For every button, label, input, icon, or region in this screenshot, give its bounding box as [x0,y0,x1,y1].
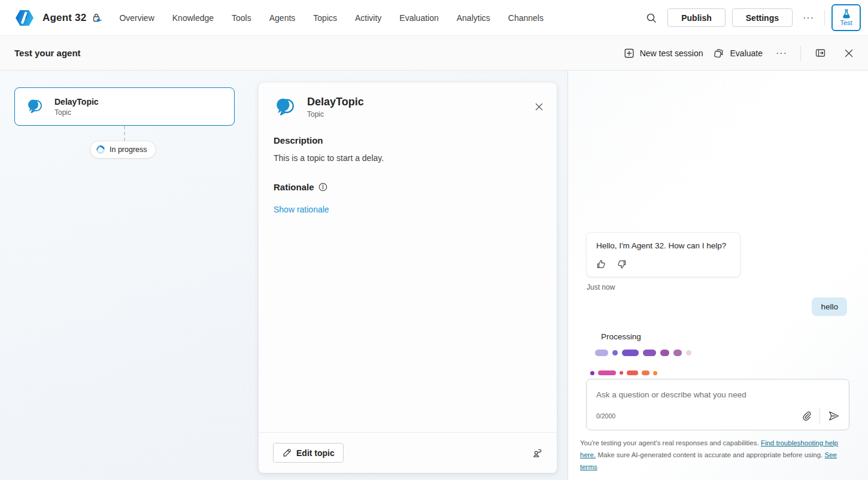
shimmer-pill [653,371,657,375]
thumbs-up-icon[interactable] [596,259,606,269]
nav-item-agents[interactable]: Agents [269,13,296,23]
settings-button[interactable]: Settings [732,8,793,27]
thumbs-down-icon[interactable] [617,259,627,269]
send-icon [828,410,840,422]
panel-open-icon [815,47,826,59]
evaluate-label: Evaluate [730,48,763,58]
edit-topic-label: Edit topic [296,448,335,458]
topic-node-delaytopic[interactable]: DelayTopic Topic [14,87,235,126]
nav-item-analytics[interactable]: Analytics [457,13,490,23]
search-icon [645,12,657,24]
test-chat-panel: Hello, I'm Agent 32. How can I help? Jus… [567,71,868,480]
top-navigation-bar: Agent 32 Overview Knowledge Tools Agents… [0,0,868,36]
processing-label: Processing [601,332,641,341]
details-title-block: DelayTopic Topic [307,96,364,119]
copilot-studio-app: Agent 32 Overview Knowledge Tools Agents… [0,0,868,480]
test-panel-divider [800,45,801,61]
evaluate-button[interactable]: Evaluate [713,47,763,59]
test-button-label: Test [840,19,852,26]
shimmer-pill [590,371,594,375]
shimmer-pill [673,350,682,356]
node-text: DelayTopic Topic [54,97,99,117]
processing-shimmer-row-2 [590,370,657,375]
status-badge-in-progress[interactable]: In progress [90,141,156,159]
send-message-button[interactable] [825,408,843,424]
description-heading: Description [274,135,542,145]
input-actions-divider [820,408,820,424]
shimmer-pill [643,350,656,356]
evaluate-icon [713,47,725,59]
agent-message-text: Hello, I'm Agent 32. How can I help? [596,241,730,251]
topic-chat-icon-large [273,96,297,119]
main-area: DelayTopic Topic In progress DelayTopic [0,71,868,480]
close-test-panel-button[interactable] [839,44,858,63]
add-square-icon [624,48,635,59]
pencil-icon [282,448,292,458]
details-title: DelayTopic [307,96,364,108]
node-subtitle: Topic [54,108,99,117]
node-title: DelayTopic [54,97,99,107]
info-icon[interactable] [318,183,327,192]
message-feedback [596,259,730,269]
agent-message-card: Hello, I'm Agent 32. How can I help? [586,232,740,277]
description-text: This is a topic to start a delay. [274,153,542,163]
new-test-session-label: New test session [640,48,703,58]
topic-details-header: DelayTopic Topic [259,83,557,119]
topic-details-panel: DelayTopic Topic Description This is a t… [259,83,557,473]
shimmer-pill [642,370,650,375]
nav-item-tools[interactable]: Tools [232,13,251,23]
show-rationale-link[interactable]: Show rationale [274,205,329,214]
test-panel-more-button[interactable]: ··· [772,48,791,59]
shimmer-pill [598,370,616,375]
rationale-heading: Rationale [274,182,542,192]
message-timestamp: Just now [587,283,615,291]
new-test-session-button[interactable]: New test session [624,48,703,59]
open-side-panel-button[interactable] [811,44,830,63]
details-subtitle: Topic [307,110,364,119]
user-message-bubble: hello [812,297,847,316]
nav-item-channels[interactable]: Channels [508,13,544,23]
node-connector-line [124,126,125,141]
shimmer-pill [660,350,669,356]
search-button[interactable] [642,8,661,28]
test-panel-actions: New test session Evaluate ··· [624,44,858,63]
main-nav: Overview Knowledge Tools Agents Topics A… [119,13,544,23]
agent-name: Agent 32 [43,12,86,24]
publish-button[interactable]: Publish [667,8,726,27]
nav-item-knowledge[interactable]: Knowledge [172,13,214,23]
agent-logo-icon [14,8,35,28]
progress-spinner-icon [95,144,106,155]
test-panel-title: Test your agent [14,48,81,58]
chat-input-box: 0/2000 [586,379,849,430]
person-chat-icon [532,447,544,459]
nav-item-activity[interactable]: Activity [355,13,381,23]
shimmer-pill [612,350,618,356]
disclaimer-text-1: You're testing your agent's real respons… [580,439,761,446]
close-details-button[interactable] [530,98,547,115]
disclaimer-text-2: Make sure AI-generated content is accura… [596,451,824,458]
test-panel-header: Test your agent New test session Evaluat… [0,36,868,71]
topic-chat-icon [25,98,44,116]
feedback-person-button[interactable] [532,447,544,459]
nav-item-evaluation[interactable]: Evaluation [399,13,438,23]
shimmer-pill [686,350,691,356]
test-button[interactable]: Test [831,4,861,31]
attach-file-button[interactable] [798,408,815,424]
processing-shimmer-row-1 [595,350,691,356]
chat-input-actions [798,408,843,424]
edit-topic-button[interactable]: Edit topic [273,443,344,463]
shimmer-pill [627,370,638,375]
description-heading-label: Description [274,135,323,145]
paperclip-icon [801,411,812,421]
lock-key-icon [92,13,102,23]
shimmer-pill [595,350,608,356]
close-icon [535,102,544,111]
status-label: In progress [110,145,147,154]
chat-input-field[interactable] [596,387,839,402]
topbar-actions: Publish Settings ··· Test [642,4,861,31]
shimmer-pill [622,350,639,356]
nav-item-overview[interactable]: Overview [119,13,154,23]
nav-item-topics[interactable]: Topics [313,13,337,23]
topbar-more-button[interactable]: ··· [799,13,818,23]
shimmer-pill [620,371,623,375]
